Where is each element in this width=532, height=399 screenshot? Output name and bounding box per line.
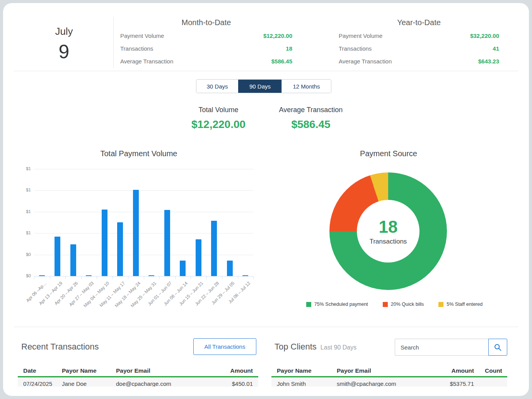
- legend-item: 20% Quick bills: [383, 302, 424, 307]
- bar-chart-y-axis: $1$1$1$1$0$0: [15, 169, 31, 276]
- x-axis-tick: [175, 276, 176, 279]
- total-volume-label: Total Volume: [180, 106, 257, 114]
- gridline: [34, 233, 253, 234]
- legend-swatch-icon: [306, 302, 311, 307]
- month-to-date-stats: Month-to-Date Payment Volume $12,220.00 …: [120, 18, 292, 65]
- x-axis-tick: [144, 276, 144, 279]
- stat-label: Transactions: [339, 45, 372, 52]
- gridline: [34, 212, 253, 212]
- stat-row: Average Transaction $643.23: [339, 57, 499, 65]
- stat-row: Payment Volume $12,220.00: [120, 31, 292, 40]
- table-row[interactable]: John Smith smith@cpacharge.com $5375.71: [271, 377, 507, 387]
- y-axis-tick-label: $0: [26, 273, 31, 278]
- x-axis-tick: [128, 276, 128, 279]
- table-body-clip: 07/24/2025 Jane Doe doe@cpacharge.com $4…: [18, 377, 258, 387]
- x-axis-tick: [191, 276, 191, 279]
- donut-chart: 18 Transactions: [329, 172, 447, 290]
- column-header-date: Date: [18, 366, 56, 376]
- average-transaction-value: $586.45: [263, 118, 359, 131]
- tab-30-days[interactable]: 30 Days: [196, 80, 238, 93]
- top-clients-search: [395, 339, 507, 356]
- x-axis-tick: [253, 276, 254, 279]
- stat-row: Transactions 18: [120, 44, 292, 53]
- bar: [70, 244, 76, 276]
- tab-90-days[interactable]: 90 Days: [238, 80, 281, 93]
- average-transaction-summary: Average Transaction $586.45: [263, 106, 359, 131]
- stat-label: Payment Volume: [339, 32, 382, 39]
- x-axis-tick: [222, 276, 222, 279]
- gridline: [34, 255, 253, 255]
- gridline: [34, 190, 253, 191]
- column-header-payor-name: Payor Name: [271, 366, 331, 376]
- stat-row: Transactions 41: [339, 44, 499, 53]
- cell-amount: $450.01: [196, 377, 258, 387]
- header-vertical-divider: [113, 17, 114, 68]
- search-button[interactable]: [488, 339, 507, 356]
- donut-center: 18 Transactions: [357, 200, 419, 263]
- x-axis-tick: [206, 276, 207, 279]
- search-input[interactable]: [395, 339, 488, 356]
- bar: [86, 275, 92, 276]
- bar: [148, 275, 154, 276]
- bar-chart-title: Total Payment Volume: [61, 149, 216, 158]
- stat-label: Payment Volume: [120, 32, 164, 39]
- stat-value: $12,220.00: [263, 32, 292, 39]
- section-divider: [14, 327, 518, 327]
- donut-transaction-count: 18: [379, 217, 398, 237]
- top-clients-title-text: Top Clients: [275, 342, 317, 351]
- stat-value: 41: [493, 45, 499, 52]
- donut-legend: 75% Scheduled payment20% Quick bills5% S…: [271, 302, 518, 307]
- stat-label: Transactions: [120, 45, 153, 52]
- stat-label: Average Transaction: [339, 58, 392, 65]
- bar: [180, 261, 186, 276]
- column-header-payor-email: Payor Email: [111, 366, 196, 376]
- bar: [211, 221, 217, 276]
- date-range-tabs: 30 Days 90 Days 12 Months: [196, 79, 331, 93]
- bar: [242, 275, 248, 276]
- column-header-amount: Amount: [196, 366, 258, 376]
- x-axis-tick: [97, 276, 97, 279]
- legend-item: 5% Staff entered: [438, 302, 483, 307]
- bar: [196, 239, 201, 276]
- legend-item: 75% Scheduled payment: [306, 302, 368, 307]
- tab-12-months[interactable]: 12 Months: [281, 80, 331, 93]
- dashboard-card: July 9 Month-to-Date Payment Volume $12,…: [3, 3, 529, 396]
- x-axis-tick: [50, 276, 50, 279]
- bar-chart-plot: Apr 06 –Ap…Apr 13 – Apr 19Apr 20 – Apr 2…: [34, 169, 253, 276]
- table-row[interactable]: 07/24/2025 Jane Doe doe@cpacharge.com $4…: [18, 377, 258, 387]
- x-axis-tick: [159, 276, 160, 279]
- y-axis-tick-label: $1: [26, 209, 31, 214]
- cell-count: [479, 377, 507, 387]
- y-axis-tick-label: $0: [26, 252, 31, 257]
- table-header-row: Payor Name Payor Email Amount Count: [271, 366, 507, 377]
- total-volume-summary: Total Volume $12,220.00: [180, 106, 257, 131]
- table-body-clip: John Smith smith@cpacharge.com $5375.71: [271, 377, 507, 387]
- x-axis-tick: [81, 276, 82, 279]
- cell-payor-name: Jane Doe: [56, 377, 111, 387]
- stat-value: $586.45: [271, 58, 292, 65]
- bar: [102, 210, 107, 276]
- all-transactions-button[interactable]: All Transactions: [193, 338, 256, 355]
- donut-chart-title: Payment Source: [311, 149, 466, 158]
- top-clients-table: Payor Name Payor Email Amount Count John…: [271, 366, 507, 387]
- bar: [55, 237, 60, 276]
- y-axis-tick-label: $1: [26, 188, 31, 192]
- date-day: 9: [26, 41, 102, 63]
- column-header-amount: Amount: [434, 366, 479, 376]
- table-header-row: Date Payor Name Payor Email Amount: [18, 366, 258, 377]
- stat-row: Payment Volume $32,220.00: [339, 31, 499, 40]
- stat-row: Average Transaction $586.45: [120, 57, 292, 65]
- column-header-count: Count: [479, 366, 507, 376]
- x-axis-tick: [113, 276, 113, 279]
- top-clients-subtitle: Last 90 Days: [321, 344, 356, 351]
- cell-date: 07/24/2025: [18, 377, 56, 387]
- header-divider: [14, 71, 518, 71]
- legend-swatch-icon: [383, 302, 388, 307]
- x-axis-tick: [238, 276, 238, 279]
- y-axis-tick-label: $1: [26, 166, 31, 171]
- top-clients-title: Top ClientsLast 90 Days: [275, 342, 356, 352]
- legend-label: 5% Staff entered: [447, 302, 483, 307]
- recent-transactions-table: Date Payor Name Payor Email Amount 07/24…: [18, 366, 258, 387]
- average-transaction-label: Average Transaction: [263, 106, 359, 114]
- cell-payor-email: doe@cpacharge.com: [111, 377, 196, 387]
